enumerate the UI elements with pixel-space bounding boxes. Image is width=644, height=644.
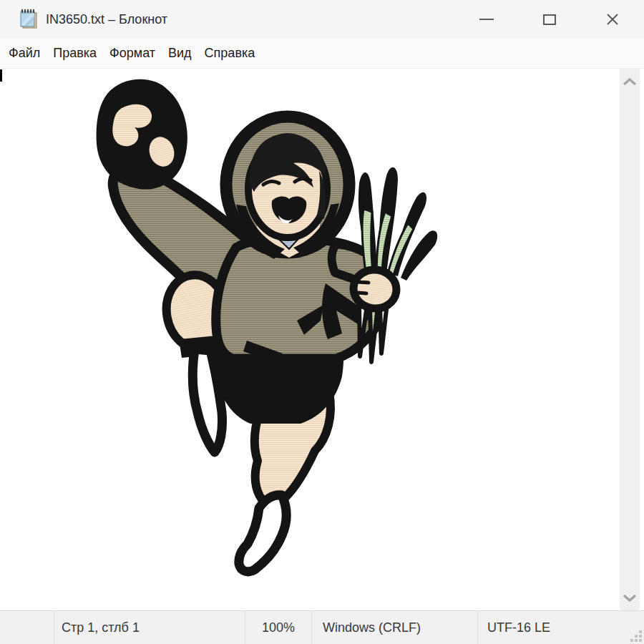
status-encoding: UTF-16 LE	[477, 611, 644, 644]
text-editing-area[interactable]	[0, 69, 620, 610]
close-icon	[605, 11, 620, 27]
notepad-app-icon	[18, 9, 39, 30]
notepad-window: IN3650.txt – Блокнот Файл Правка Формат …	[0, 0, 644, 644]
chevron-up-icon	[622, 77, 638, 86]
maximize-icon	[543, 14, 556, 25]
minimize-button[interactable]	[455, 0, 518, 39]
status-blank-segment	[0, 611, 54, 644]
scroll-down-button[interactable]	[620, 585, 640, 610]
menu-help[interactable]: Справка	[198, 39, 262, 68]
status-cursor-position: Стр 1, стлб 1	[54, 611, 245, 644]
menu-file[interactable]: Файл	[2, 39, 47, 68]
window-right-margin	[640, 69, 644, 610]
status-zoom-level: 100%	[245, 611, 311, 644]
menu-edit[interactable]: Правка	[47, 39, 103, 68]
menubar: Файл Правка Формат Вид Справка	[0, 39, 644, 69]
status-line-ending: Windows (CRLF)	[311, 611, 477, 644]
close-button[interactable]	[581, 0, 644, 39]
menu-format[interactable]: Формат	[103, 39, 162, 68]
statusbar: Стр 1, стлб 1 100% Windows (CRLF) UTF-16…	[0, 610, 644, 644]
chevron-down-icon	[622, 593, 638, 602]
vertical-scrollbar[interactable]	[620, 69, 640, 610]
jumping-child-illustration	[0, 69, 620, 610]
content-area	[0, 69, 644, 610]
window-title: IN3650.txt – Блокнот	[46, 12, 167, 27]
scrollbar-track[interactable]	[620, 94, 640, 585]
maximize-button[interactable]	[518, 0, 581, 39]
menu-view[interactable]: Вид	[162, 39, 198, 68]
scroll-up-button[interactable]	[620, 69, 640, 94]
minimize-icon	[479, 19, 494, 20]
titlebar: IN3650.txt – Блокнот	[0, 0, 644, 39]
resize-grip[interactable]	[630, 630, 642, 642]
